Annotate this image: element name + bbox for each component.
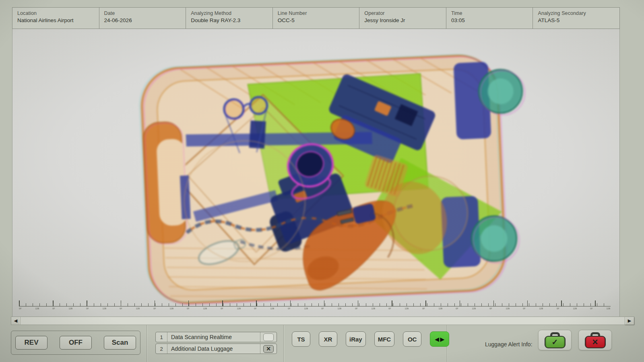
ruler-label: 0F xyxy=(456,307,458,309)
luggage-clear-button[interactable]: ✓ xyxy=(538,330,572,350)
panel-divider xyxy=(283,325,284,362)
x-mark-icon: ✕ xyxy=(266,346,271,352)
field-value: 03:05 xyxy=(451,17,533,23)
ruler-ticks xyxy=(19,300,611,306)
ruler-label: 0F xyxy=(422,307,425,309)
field-label: Operator xyxy=(364,10,446,16)
list-item-number: 1 xyxy=(156,332,167,342)
ruler-label: 0F xyxy=(187,307,190,309)
ruler-label: 0F xyxy=(153,307,156,309)
header-field-line-number: Line Number OCC-5 xyxy=(273,8,360,29)
list-item-checkbox-cell: ✕ xyxy=(260,344,277,354)
scan-button[interactable]: Scan xyxy=(104,336,136,350)
ruler-label: 12B xyxy=(304,307,308,309)
luggage-reject-button[interactable]: ✕ xyxy=(578,330,612,350)
list-item-label: Data Scanning Realtime xyxy=(167,334,260,340)
right-arrow-icon: ▶ xyxy=(440,336,444,342)
belt-direction-button[interactable]: ◀ ▶ xyxy=(430,331,449,347)
field-label: Analyzing Secondary xyxy=(538,10,619,16)
ruler-label: 0F xyxy=(221,307,223,309)
ruler-label: 12B xyxy=(169,307,173,309)
luggage-alert-section: Luggage Alert Info: ✓ ✕ xyxy=(447,325,644,362)
ruler-label: 12B xyxy=(472,307,476,309)
xray-suitcase-image xyxy=(12,29,620,317)
field-value: 24-06-2026 xyxy=(104,17,186,23)
ruler-labels: 0F12B0F12B0F12B0F12B0F12B0F12B0F12B0F12B… xyxy=(19,307,611,310)
ruler-label: 0F xyxy=(389,307,391,309)
transport-button-group: REV OFF Scan xyxy=(11,331,140,355)
list-item-number: 2 xyxy=(156,344,167,354)
ruler-label: 0F xyxy=(523,307,526,309)
ruler-label: 12B xyxy=(69,307,73,309)
ruler-label: 0F xyxy=(590,307,593,309)
oc-mode-button[interactable]: OC xyxy=(403,331,421,347)
field-label: Analyzing Method xyxy=(191,10,272,16)
info-header: Location National Airlines Airport Date … xyxy=(12,7,620,29)
field-label: Date xyxy=(104,10,186,16)
ruler-label: 12B xyxy=(573,307,577,309)
ruler-label: 12B xyxy=(405,307,409,309)
checkbox-unchecked[interactable] xyxy=(263,333,274,341)
ruler-label: 12B xyxy=(102,307,106,309)
ruler-label: 12B xyxy=(506,307,510,309)
ruler-label: 12B xyxy=(438,307,442,309)
field-value: OCC-5 xyxy=(278,17,359,23)
iray-mode-button[interactable]: iRay xyxy=(346,331,366,347)
mfc-mode-button[interactable]: MFC xyxy=(374,331,395,347)
luggage-alert-label: Luggage Alert Info: xyxy=(485,341,533,348)
control-panel: REV OFF Scan 1 Data Scanning Realtime 2 … xyxy=(0,325,644,362)
header-field-analyzing-method: Analyzing Method Double Ray RAY-2.3 xyxy=(186,8,273,29)
list-item-label: Additional Data Luggage xyxy=(167,346,260,352)
rev-button[interactable]: REV xyxy=(15,336,47,350)
header-field-location: Location National Airlines Airport xyxy=(12,8,99,29)
ruler-label: 12B xyxy=(270,307,275,309)
red-suitcase-x-icon: ✕ xyxy=(585,332,606,348)
ruler-label: 12B xyxy=(607,307,611,309)
ts-mode-button[interactable]: TS xyxy=(292,331,310,347)
field-value: National Airlines Airport xyxy=(17,17,99,23)
field-value: Double Ray RAY-2.3 xyxy=(191,17,272,23)
field-value: ATLAS-5 xyxy=(538,17,619,23)
measurement-ruler: 0F12B0F12B0F12B0F12B0F12B0F12B0F12B0F12B… xyxy=(19,300,611,311)
field-label: Location xyxy=(17,10,99,16)
ruler-label: 0F xyxy=(288,307,290,309)
ruler-label: 0F xyxy=(322,307,324,309)
xr-mode-button[interactable]: XR xyxy=(319,331,337,347)
ruler-label: 0F xyxy=(254,307,257,309)
scroll-left-icon: ◀ xyxy=(14,318,17,323)
horizontal-scrollbar[interactable]: ◀ ▶ xyxy=(11,317,634,325)
header-field-analyzing-secondary: Analyzing Secondary ATLAS-5 xyxy=(533,8,619,29)
list-item[interactable]: 2 Additional Data Luggage ✕ xyxy=(155,343,277,354)
scroll-right-icon: ▶ xyxy=(628,318,631,323)
ruler-label: 0F xyxy=(557,307,559,309)
ruler-label: 12B xyxy=(338,307,342,309)
ruler-label: 12B xyxy=(237,307,241,309)
xray-scan-viewport: 0F12B0F12B0F12B0F12B0F12B0F12B0F12B0F12B… xyxy=(12,29,620,317)
off-button[interactable]: OFF xyxy=(60,336,92,350)
header-field-date: Date 24-06-2026 xyxy=(99,8,186,29)
data-option-list: 1 Data Scanning Realtime 2 Additional Da… xyxy=(155,332,277,355)
ruler-label: 12B xyxy=(539,307,543,309)
field-label: Time xyxy=(451,10,533,16)
ruler-label: 12B xyxy=(203,307,207,309)
left-arrow-icon: ◀ xyxy=(435,336,439,342)
check-mark-icon: ✓ xyxy=(552,338,558,346)
green-suitcase-check-icon: ✓ xyxy=(545,332,566,348)
header-field-operator: Operator Jessy Ironside Jr xyxy=(359,8,446,29)
scroll-right-button[interactable]: ▶ xyxy=(625,317,634,325)
ruler-label: 0F xyxy=(86,307,89,309)
list-item-checkbox-cell xyxy=(260,332,277,342)
field-label: Line Number xyxy=(278,10,359,16)
field-value: Jessy Ironside Jr xyxy=(364,17,446,23)
list-item[interactable]: 1 Data Scanning Realtime xyxy=(155,332,277,342)
ruler-label: 0F xyxy=(489,307,492,309)
scroll-left-button[interactable]: ◀ xyxy=(11,317,21,325)
ruler-label: 12B xyxy=(371,307,375,309)
ruler-label: 0F xyxy=(19,307,21,309)
ruler-label: 0F xyxy=(53,307,55,309)
checkbox-checked[interactable]: ✕ xyxy=(263,345,274,353)
x-mark-icon: ✕ xyxy=(592,338,599,346)
ruler-label: 0F xyxy=(120,307,122,309)
mode-button-group: TS XR iRay MFC OC ◀ ▶ xyxy=(292,331,449,347)
ruler-label: 12B xyxy=(35,307,39,309)
